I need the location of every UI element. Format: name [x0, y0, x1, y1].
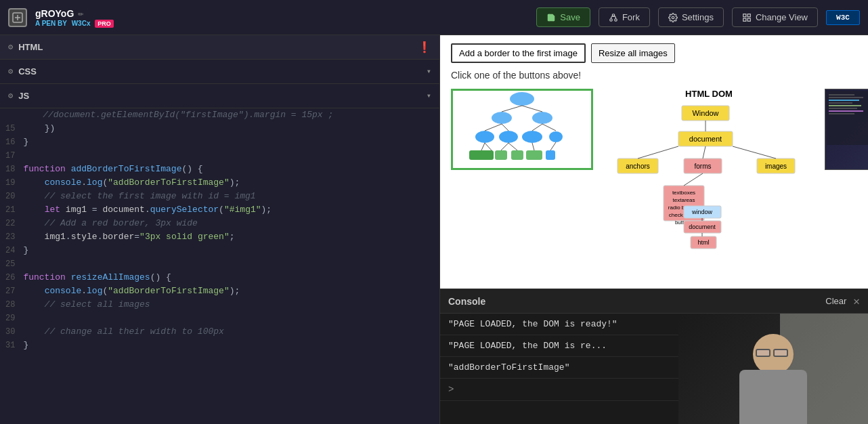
w3c-badge: W3C [826, 10, 860, 25]
dom-title: HTML DOM [685, 89, 733, 99]
fork-button[interactable]: Fork [599, 7, 650, 27]
js-gear-icon: ⚙ [8, 91, 13, 101]
js-tab-label: JS [18, 91, 29, 101]
svg-rect-8 [747, 18, 750, 21]
header: gROYoG ✏ A PEN BY W3Cx PRO Save Fork Set… [0, 0, 868, 35]
console-clear-button[interactable]: Clear [821, 295, 850, 308]
code-line: 25 [0, 257, 439, 271]
preview-buttons-area: Add a border to the first image Resize a… [451, 43, 857, 63]
pen-subtitle: A PEN BY W3Cx PRO [35, 20, 114, 27]
css-chevron-icon: ▾ [427, 66, 431, 77]
html-gear-icon: ⚙ [8, 42, 13, 52]
svg-text:Window: Window [692, 109, 718, 117]
svg-point-1 [610, 18, 613, 21]
editor-panel: ⚙ HTML ❗ ⚙ CSS ▾ ⚙ JS ▾ //document.getEl… [0, 35, 440, 424]
svg-point-12 [475, 131, 494, 143]
svg-rect-6 [747, 14, 750, 16]
code-line: 21 let img1 = document.querySelector("#i… [0, 203, 439, 217]
svg-line-27 [481, 143, 485, 150]
svg-point-2 [615, 18, 617, 21]
resize-images-button[interactable]: Resize all images [591, 43, 675, 63]
html-dom-diagram: HTML DOM Window document anchors form [604, 89, 814, 250]
code-line: 27 console.log("addBorderToFirstImage"); [0, 284, 439, 298]
code-line: //document.getElementById("firstImage").… [0, 108, 439, 122]
save-button[interactable]: Save [536, 7, 590, 27]
svg-point-14 [522, 131, 542, 143]
preview-instruction: Click one of the buttons above! [451, 70, 857, 81]
settings-button[interactable]: Settings [658, 7, 724, 27]
screenshot-thumbnail: Is the HTML you write the DOM? Nope. Not… [825, 89, 868, 170]
svg-line-22 [522, 106, 542, 112]
code-line: 18 function addBorderToFirstImage() { [0, 163, 439, 176]
code-line: 24 } [0, 244, 439, 257]
code-line: 15 }) [0, 122, 439, 135]
svg-line-23 [485, 124, 502, 131]
preview-panel: Add a border to the first image Resize a… [440, 35, 868, 424]
svg-line-24 [502, 124, 508, 131]
change-view-button[interactable]: Change View [732, 7, 818, 27]
pro-badge: PRO [95, 20, 114, 28]
svg-rect-17 [495, 150, 507, 160]
svg-point-4 [672, 16, 674, 19]
tab-css[interactable]: ⚙ CSS ▾ [0, 60, 439, 84]
tab-js[interactable]: ⚙ JS ▾ [0, 84, 439, 108]
svg-text:forms: forms [695, 163, 712, 170]
pen-title: gROYoG [35, 8, 74, 19]
js-chevron-icon: ▾ [427, 91, 431, 101]
html-tab-label: HTML [18, 42, 43, 52]
console-panel: Console Clear ✕ "PAGE LOADED, the DOM is… [440, 289, 868, 424]
edit-icon[interactable]: ✏ [78, 7, 83, 19]
code-editor[interactable]: //document.getElementById("firstImage").… [0, 108, 439, 424]
svg-rect-7 [743, 18, 746, 21]
video-placeholder [678, 314, 868, 424]
svg-line-44 [638, 146, 678, 158]
fork-label: Fork [622, 12, 640, 22]
svg-line-26 [542, 124, 556, 131]
preview-content: Add a border to the first image Resize a… [440, 35, 868, 289]
svg-rect-20 [546, 150, 555, 160]
css-gear-icon: ⚙ [8, 66, 13, 77]
svg-rect-19 [526, 150, 542, 160]
tab-html[interactable]: ⚙ HTML ❗ [0, 35, 439, 60]
svg-line-46 [733, 146, 776, 158]
svg-point-15 [549, 131, 563, 142]
console-video-thumbnail [678, 314, 868, 424]
save-label: Save [560, 12, 580, 22]
svg-point-13 [499, 131, 518, 143]
svg-line-53 [684, 173, 703, 186]
add-border-button[interactable]: Add a border to the first image [451, 43, 586, 63]
console-log-area: "PAGE LOADED, the DOM is ready!" "PAGE L… [440, 314, 678, 424]
svg-rect-18 [511, 150, 523, 160]
person-body [739, 370, 807, 424]
svg-line-32 [550, 142, 556, 150]
svg-line-29 [501, 143, 508, 150]
svg-text:anchors: anchors [626, 163, 650, 170]
console-title: Console [448, 296, 821, 307]
svg-text:images: images [765, 163, 787, 170]
preview-images-area: HTML DOM Window document anchors form [451, 89, 857, 250]
svg-text:html: html [697, 239, 709, 246]
svg-line-21 [502, 106, 522, 112]
svg-point-11 [532, 112, 552, 124]
console-prompt[interactable]: > [440, 379, 678, 401]
code-line: 30 // change all their width to 100px [0, 325, 439, 339]
svg-line-30 [508, 143, 517, 150]
main-area: ⚙ HTML ❗ ⚙ CSS ▾ ⚙ JS ▾ //document.getEl… [0, 35, 868, 424]
svg-line-28 [485, 143, 492, 150]
code-line: 31 } [0, 339, 439, 352]
app-logo [8, 8, 27, 27]
code-line: 23 img1.style.border="3px solid green"; [0, 230, 439, 244]
console-line: "PAGE LOADED, the DOM is re... [440, 335, 678, 357]
html-error-indicator: ❗ [418, 41, 431, 54]
console-line: "PAGE LOADED, the DOM is ready!" [440, 314, 678, 335]
html-dom-svg: Window document anchors forms images [604, 104, 814, 250]
svg-text:window: window [691, 209, 713, 215]
change-view-label: Change View [756, 12, 808, 22]
svg-point-9 [510, 92, 534, 106]
console-line: "addBorderToFirstImage" [440, 357, 678, 379]
code-line: 20 // select the first image with id = i… [0, 190, 439, 203]
svg-text:document: document [689, 224, 716, 230]
code-line: 29 [0, 312, 439, 325]
console-close-button[interactable]: ✕ [853, 295, 860, 308]
css-tab-label: CSS [18, 66, 37, 77]
